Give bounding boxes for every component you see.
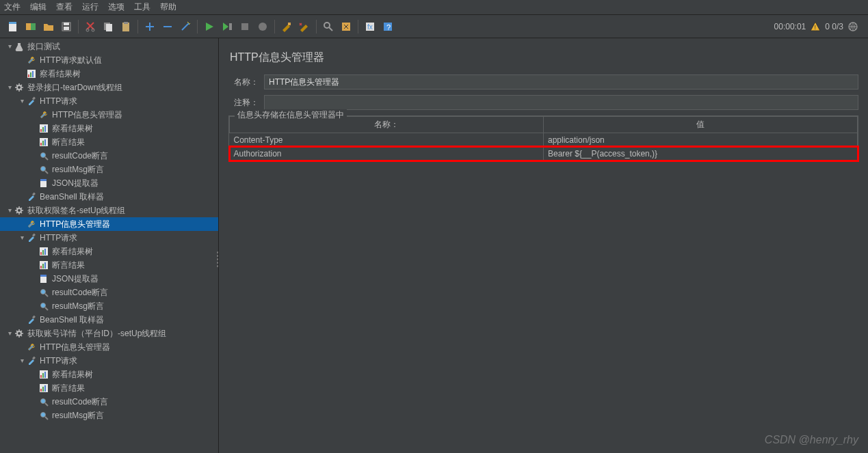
tree-item[interactable]: ▾登录接口-tearDown线程组 (0, 81, 218, 94)
pipette-icon (26, 232, 37, 243)
svg-rect-30 (32, 97, 36, 100)
table-row[interactable]: Content-Typeapplication/json (230, 133, 858, 147)
svg-rect-55 (40, 275, 47, 277)
tree-item[interactable]: 察看结果树 (0, 67, 218, 81)
comment-input[interactable] (264, 95, 858, 110)
menu-help[interactable]: 帮助 (160, 1, 176, 13)
paste-icon[interactable] (117, 18, 135, 36)
svg-rect-66 (40, 389, 42, 392)
tree-item[interactable]: ▾接口测试 (0, 40, 218, 53)
expand-toggle-icon[interactable]: ▾ (5, 327, 14, 340)
thread-counts: 0 0/3 (825, 22, 843, 31)
expand-toggle-icon[interactable]: ▾ (5, 81, 14, 94)
clear-all-icon[interactable] (295, 18, 313, 36)
clear-icon[interactable] (278, 18, 295, 36)
svg-rect-43 (32, 193, 36, 196)
tree-item[interactable]: 断言结果 (0, 135, 218, 149)
menu-options[interactable]: 选项 (108, 1, 124, 13)
headers-table[interactable]: 名称： 值 Content-Typeapplication/jsonAuthor… (229, 116, 858, 161)
tree-item-label: 断言结果 (52, 258, 85, 272)
warning-icon[interactable]: ! (810, 21, 821, 32)
tree-item[interactable]: 察看结果树 (0, 368, 218, 381)
menu-file[interactable]: 文件 (4, 1, 21, 13)
expand-toggle-icon[interactable]: ▾ (5, 40, 14, 53)
expand-toggle-icon[interactable]: ▾ (18, 354, 26, 368)
svg-point-17 (324, 23, 330, 28)
tree-item[interactable]: ▾HTTP请求 (0, 231, 218, 245)
tree-item[interactable]: BeanShell 取样器 (0, 313, 218, 327)
tree-item[interactable]: ▾获取权限签名-setUp线程组 (0, 204, 218, 217)
menu-view[interactable]: 查看 (56, 1, 73, 13)
svg-rect-16 (288, 23, 291, 25)
tree-item-label: 察看结果树 (52, 368, 93, 381)
stop-icon[interactable] (236, 18, 254, 36)
tree-item-label: 察看结果树 (52, 122, 93, 135)
menu-tools[interactable]: 工具 (134, 1, 150, 13)
header-name-cell[interactable]: Content-Type (230, 133, 544, 147)
expand-toggle-icon[interactable]: ▾ (18, 231, 26, 245)
cut-icon[interactable] (81, 18, 99, 36)
copy-icon[interactable] (99, 18, 117, 36)
reset-search-icon[interactable] (337, 18, 355, 36)
open-icon[interactable] (40, 18, 57, 36)
search-icon[interactable] (319, 18, 337, 36)
svg-rect-67 (42, 387, 44, 392)
tree-item[interactable]: 断言结果 (0, 258, 218, 272)
svg-rect-64 (44, 372, 46, 378)
tree-item[interactable]: HTTP信息头管理器 (0, 340, 218, 354)
run-icon[interactable] (200, 18, 218, 36)
svg-rect-63 (42, 373, 44, 378)
expand-toggle-icon[interactable]: ▾ (5, 204, 14, 217)
tree-item[interactable]: HTTP信息头管理器 (0, 108, 218, 122)
shutdown-icon[interactable] (254, 18, 272, 36)
wand-icon[interactable] (176, 18, 194, 36)
tree-item[interactable]: ▾HTTP请求 (0, 354, 218, 368)
tree-item[interactable]: JSON提取器 (0, 272, 218, 286)
tree-item[interactable]: resultCode断言 (0, 286, 218, 299)
save-icon[interactable] (57, 18, 75, 36)
menu-run[interactable]: 运行 (82, 1, 98, 13)
tree-item[interactable]: resultMsg断言 (0, 299, 218, 313)
tree-item[interactable]: ▾获取账号详情（平台ID）-setUp线程组 (0, 327, 218, 340)
tree-item[interactable]: HTTP请求默认值 (0, 53, 218, 67)
tree-item[interactable]: resultCode断言 (0, 395, 218, 409)
tree-item-label: resultMsg断言 (52, 163, 104, 176)
svg-rect-47 (40, 252, 42, 255)
tree-item[interactable]: resultMsg断言 (0, 409, 218, 422)
run-noTimers-icon[interactable] (218, 18, 236, 36)
wrench-icon (26, 342, 37, 353)
table-row[interactable]: AuthorizationBearer ${__P(access_token,)… (230, 147, 858, 161)
function-helper-icon[interactable]: fx (361, 18, 379, 36)
menu-edit[interactable]: 编辑 (30, 1, 47, 13)
test-plan-tree[interactable]: ▾接口测试HTTP请求默认值察看结果树▾登录接口-tearDown线程组▾HTT… (0, 38, 219, 453)
tree-item[interactable]: 察看结果树 (0, 245, 218, 258)
tree-item[interactable]: BeanShell 取样器 (0, 190, 218, 204)
header-value-cell[interactable]: Bearer ${__P(access_token,)} (544, 147, 858, 161)
chart-icon (38, 369, 49, 380)
tree-item-label: HTTP请求 (40, 94, 77, 108)
tree-item[interactable]: 察看结果树 (0, 122, 218, 135)
expand-toggle-icon[interactable]: ▾ (18, 94, 26, 108)
tree-item[interactable]: HTTP信息头管理器 (0, 217, 218, 231)
svg-point-56 (41, 290, 46, 294)
help-icon[interactable]: ? (379, 18, 397, 36)
globe-icon[interactable] (847, 21, 858, 32)
svg-rect-58 (32, 316, 36, 319)
svg-rect-27 (30, 72, 31, 77)
header-name-cell[interactable]: Authorization (230, 147, 544, 161)
tree-item-label: 察看结果树 (52, 245, 93, 258)
header-value-cell[interactable]: application/json (544, 133, 858, 147)
plus-icon[interactable] (141, 18, 159, 36)
svg-point-57 (41, 303, 46, 308)
tree-item[interactable]: ▾HTTP请求 (0, 94, 218, 108)
tree-item[interactable]: JSON提取器 (0, 176, 218, 190)
tree-item[interactable]: 断言结果 (0, 381, 218, 395)
new-file-icon[interactable] (4, 18, 22, 36)
chart-icon (38, 383, 49, 394)
svg-point-39 (41, 153, 46, 158)
name-input[interactable] (264, 74, 858, 90)
templates-icon[interactable] (22, 18, 40, 36)
tree-item[interactable]: resultCode断言 (0, 149, 218, 163)
tree-item[interactable]: resultMsg断言 (0, 163, 218, 176)
minus-icon[interactable] (159, 18, 176, 36)
